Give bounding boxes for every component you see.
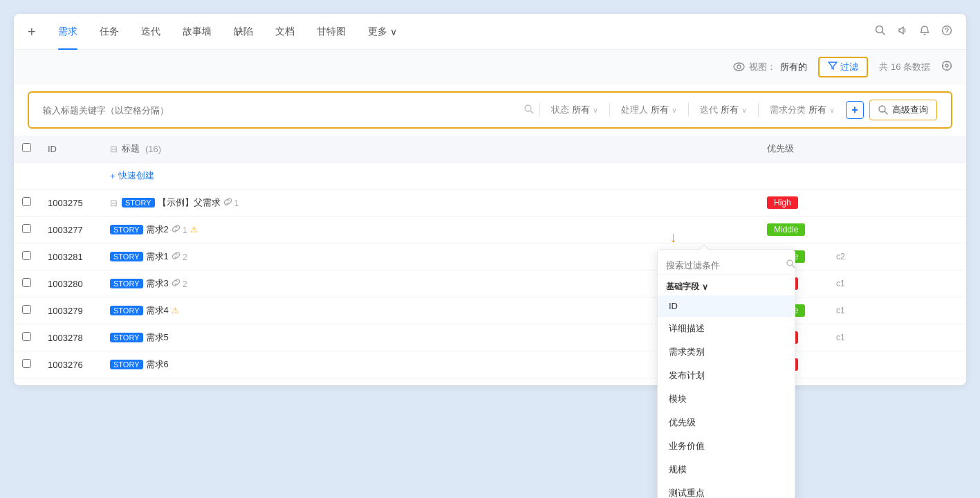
col-header-extra <box>828 136 966 163</box>
select-all-checkbox[interactable] <box>22 143 31 152</box>
category-chevron-icon: ∨ <box>829 106 835 115</box>
warning-icon: ⚠ <box>190 225 198 234</box>
dropdown-search-wrap <box>658 255 795 275</box>
data-count: 共 16 条数据 <box>879 61 930 73</box>
category-filter[interactable]: 需求分类 所有 ∨ <box>764 104 840 116</box>
dropdown-item-biz_value[interactable]: 业务价值 <box>658 434 795 458</box>
dropdown-item-module[interactable]: 模块 <box>658 387 795 411</box>
svg-point-4 <box>734 63 744 71</box>
view-label: 视图： 所有的 <box>733 61 807 73</box>
col-header-title: ⊟ 标题 (16) <box>102 136 759 163</box>
row-extra: c1 <box>828 324 966 351</box>
table-row: 1003277 STORY 需求2 1 ⚠ Middle <box>14 216 966 243</box>
pointer-arrow: ↓ <box>669 228 677 246</box>
story-badge: STORY <box>110 360 143 369</box>
search-icon[interactable] <box>875 25 886 39</box>
search-input-icon <box>524 104 534 116</box>
iteration-chevron-icon: ∨ <box>741 106 747 115</box>
notification-icon[interactable] <box>919 25 930 39</box>
row-title[interactable]: 需求6 <box>146 358 169 371</box>
sound-icon[interactable] <box>897 25 908 39</box>
advanced-search-button[interactable]: 高级查询 <box>869 100 937 120</box>
dropdown-item-priority[interactable]: 优先级 <box>658 411 795 434</box>
quick-create-row: + 快速创建 <box>14 163 966 190</box>
dropdown-item-release[interactable]: 发布计划 <box>658 364 795 387</box>
filter-button[interactable]: 过滤 <box>818 57 868 77</box>
tab-more[interactable]: 更多 ∨ <box>357 14 408 50</box>
filter-separator-1 <box>539 103 540 117</box>
row-checkbox[interactable] <box>22 197 31 206</box>
tab-storywall[interactable]: 故事墙 <box>172 14 223 50</box>
row-id: 1003281 <box>39 243 102 270</box>
tab-requirements[interactable]: 需求 <box>47 14 89 50</box>
link-icon: 2 <box>172 278 187 289</box>
table-row: 1003280 STORY 需求3 2 High c1 <box>14 270 966 297</box>
dropdown-item-test_key[interactable]: 测试重点 <box>658 481 795 498</box>
status-filter[interactable]: 状态 所有 ∨ <box>546 104 604 116</box>
dropdown-item-req_type[interactable]: 需求类别 <box>658 340 795 364</box>
iteration-filter[interactable]: 迭代 所有 ∨ <box>694 104 752 116</box>
help-icon[interactable] <box>941 25 952 39</box>
nav-right-icons <box>875 25 952 39</box>
row-title-cell: ⊟ STORY 【示例】父需求 1 <box>102 190 759 216</box>
row-checkbox[interactable] <box>22 305 31 314</box>
row-title[interactable]: 【示例】父需求 <box>158 196 221 209</box>
row-extra <box>828 190 966 216</box>
collapse-icon[interactable]: ⊟ <box>110 198 118 208</box>
link-icon: 1 <box>223 197 239 208</box>
assignee-chevron-icon: ∨ <box>672 106 677 115</box>
column-settings-button[interactable] <box>941 60 952 74</box>
dropdown-item-detail[interactable]: 详细描述 <box>658 317 795 340</box>
tab-bugs[interactable]: 缺陷 <box>223 14 264 50</box>
row-priority: High <box>759 190 828 216</box>
row-checkbox[interactable] <box>22 251 31 260</box>
priority-badge: Middle <box>767 223 805 236</box>
assignee-filter[interactable]: 处理人 所有 ∨ <box>616 104 683 116</box>
search-input[interactable] <box>43 105 520 116</box>
main-card: + 需求 任务 迭代 故事墙 缺陷 文档 <box>14 14 966 385</box>
filter-bar: 状态 所有 ∨ 处理人 所有 ∨ 迭代 所有 ∨ 需求分类 所有 ∨ + <box>28 91 952 129</box>
table-row: 1003276 STORY 需求6 High <box>14 351 966 378</box>
svg-point-5 <box>737 65 741 68</box>
dropdown-item-id[interactable]: ID <box>658 295 795 317</box>
row-title[interactable]: 需求5 <box>146 331 169 344</box>
tab-tasks[interactable]: 任务 <box>89 14 130 50</box>
status-chevron-icon: ∨ <box>593 106 598 115</box>
dropdown-search-icon <box>786 259 795 270</box>
dropdown-search-input[interactable] <box>666 260 782 270</box>
row-checkbox[interactable] <box>22 359 31 368</box>
row-title[interactable]: 需求1 <box>146 250 169 263</box>
col-header-priority: 优先级 <box>759 136 828 163</box>
svg-point-7 <box>945 64 948 67</box>
row-checkbox[interactable] <box>22 332 31 341</box>
row-title[interactable]: 需求2 <box>146 223 169 236</box>
more-chevron-icon: ∨ <box>390 26 397 37</box>
filter-separator-3 <box>688 103 689 117</box>
toolbar-row: 视图： 所有的 过滤 共 16 条数据 <box>14 50 966 84</box>
search-input-wrap <box>43 104 534 116</box>
row-checkbox[interactable] <box>22 278 31 287</box>
collapse-all-icon[interactable]: ⊟ <box>110 144 118 154</box>
tab-gantt[interactable]: 甘特图 <box>306 14 357 50</box>
row-title[interactable]: 需求4 <box>146 304 169 317</box>
requirements-table: ID ⊟ 标题 (16) 优先级 <box>14 136 966 378</box>
row-id: 1003277 <box>39 216 102 243</box>
table-row: 1003281 STORY 需求1 2 Middle c2 <box>14 243 966 270</box>
row-extra: c1 <box>828 270 966 297</box>
filter-dropdown: 基础字段 ∨ ID详细描述需求类别发布计划模块优先级业务价值规模测试重点版本 <box>657 249 795 498</box>
story-badge: STORY <box>122 198 155 208</box>
dropdown-item-scale[interactable]: 规模 <box>658 458 795 481</box>
row-id: 1003275 <box>39 190 102 216</box>
tab-docs[interactable]: 文档 <box>264 14 306 50</box>
quick-create-button[interactable]: + 快速创建 <box>110 169 750 182</box>
priority-badge: High <box>767 196 798 209</box>
row-checkbox[interactable] <box>22 224 31 233</box>
table-row: 1003275 ⊟ STORY 【示例】父需求 1 High <box>14 190 966 216</box>
table-row: 1003279 STORY 需求4 ⚠ Middle c1 <box>14 297 966 324</box>
nav-add-button[interactable]: + <box>28 25 36 39</box>
svg-line-13 <box>530 111 533 113</box>
link-icon: 1 <box>172 224 187 235</box>
row-title[interactable]: 需求3 <box>146 277 169 290</box>
add-filter-button[interactable]: + <box>846 101 864 119</box>
tab-iterations[interactable]: 迭代 <box>130 14 172 50</box>
